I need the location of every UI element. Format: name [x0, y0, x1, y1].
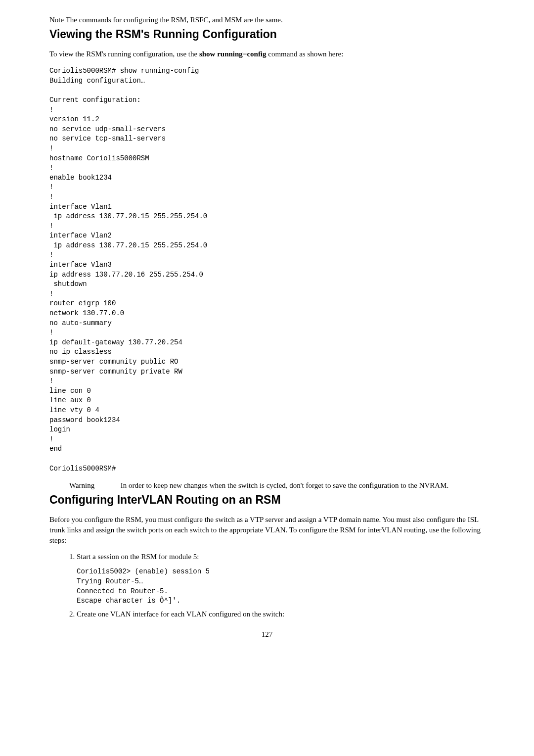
step-text: Create one VLAN interface for each VLAN …: [77, 610, 284, 618]
intro-pre: To view the RSM's running configuration,…: [49, 50, 199, 58]
section1-intro: To view the RSM's running configuration,…: [49, 49, 485, 59]
section2-para: Before you configure the RSM, you must c…: [49, 515, 485, 546]
section1-code: Coriolis5000RSM# show running-config Bui…: [49, 66, 485, 473]
warning-text: In order to keep new changes when the sw…: [121, 480, 482, 491]
steps-list: Start a session on the RSM for module 5:…: [49, 552, 485, 619]
step-item: Start a session on the RSM for module 5:…: [77, 552, 485, 606]
step-text: Start a session on the RSM for module 5:: [77, 553, 199, 561]
section1-heading: Viewing the RSM's Running Configuration: [49, 26, 485, 42]
note-label: Note: [49, 16, 64, 24]
step-item: Create one VLAN interface for each VLAN …: [77, 609, 485, 619]
intro-bold: show running−config: [199, 50, 267, 58]
warning-label: Warning: [69, 480, 119, 491]
section2-heading: Configuring InterVLAN Routing on an RSM: [49, 492, 485, 508]
page-number: 127: [49, 629, 485, 640]
step-code: Coriolis5002> (enable) session 5 Trying …: [77, 567, 485, 606]
intro-post: command as shown here:: [267, 50, 344, 58]
warning-block: Warning In order to keep new changes whe…: [69, 480, 485, 491]
note-text: The commands for configuring the RSM, RS…: [66, 16, 283, 24]
note-line: Note The commands for configuring the RS…: [49, 15, 485, 25]
